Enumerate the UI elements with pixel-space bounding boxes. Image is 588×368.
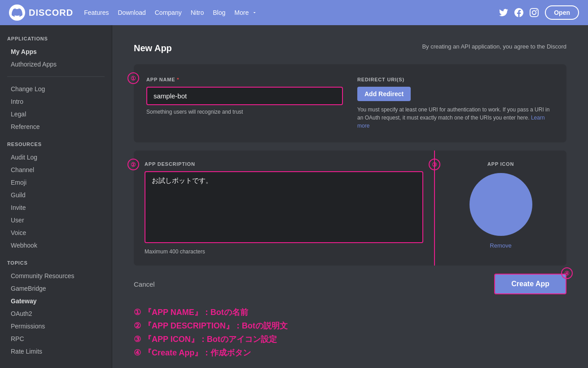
nav-features[interactable]: Features [84,9,109,16]
app-icon-preview[interactable] [470,173,532,236]
app-desc-hint: Maximum 400 characters [145,248,423,255]
desc-icon-card: APP DESCRIPTION お試しボットです。 Maximum 400 ch… [134,151,566,266]
annotation-line-3: ③ 『APP ICON』：Botのアイコン設定 [134,334,566,345]
annotation-badge-3: ③ [429,159,440,170]
sidebar-item-invite[interactable]: Invite [7,202,105,213]
logo-text: DISCORD [29,8,73,18]
app-icon-label: APP ICON [446,161,556,167]
sidebar-item-gateway[interactable]: Gateway [7,295,105,307]
sidebar-item-reference[interactable]: Reference [7,121,105,133]
discord-logo-icon [9,4,25,21]
app-layout: APPLICATIONS My Apps Authorized Apps Cha… [0,25,588,368]
create-app-button[interactable]: Create App [494,274,566,294]
sidebar-item-emoji[interactable]: Emoji [7,177,105,188]
logo[interactable]: DISCORD [9,4,73,21]
sidebar-item-guild[interactable]: Guild [7,189,105,201]
app-name-input[interactable] [146,87,343,105]
sidebar-item-authorized-apps[interactable]: Authorized Apps [7,58,105,70]
topnav-links: Features Download Company Nitro Blog Mor… [84,9,488,16]
remove-icon-link[interactable]: Remove [446,242,556,249]
annotation-line-1: ① 『APP NAME』：Botの名前 [134,307,566,318]
action-row: Cancel Create App [134,274,566,294]
sidebar-item-legal[interactable]: Legal [7,108,105,120]
redirect-hint: You must specify at least one URI for au… [357,106,554,130]
app-name-row: APP NAME * Something users will recogniz… [146,77,554,130]
sidebar-item-rpc[interactable]: RPC [7,333,105,345]
desc-icon-card-wrapper: ② APP DESCRIPTION お試しボットです。 Maximum 400 … [134,151,566,266]
tos-notice: By creating an API application, you agre… [422,43,566,50]
annotation-line-4: ④ 『Create App』：作成ボタン [134,347,566,358]
annotation-line-2: ② 『APP DESCRIPTION』：Botの説明文 [134,320,566,331]
sidebar-item-intro[interactable]: Intro [7,96,105,107]
page-title: New App [134,43,172,53]
top-navigation: DISCORD Features Download Company Nitro … [0,0,588,25]
redirect-label: REDIRECT URI(S) [357,77,554,82]
topics-section-title: TOPICS [7,260,105,266]
sidebar-item-audit-log[interactable]: Audit Log [7,151,105,163]
app-name-label: APP NAME * [146,77,343,82]
app-name-card-wrapper: ① APP NAME * Something users will recogn… [134,64,566,142]
required-star: * [177,77,179,82]
app-desc-textarea[interactable]: お試しボットです。 [145,171,423,243]
app-name-card: APP NAME * Something users will recogniz… [134,64,566,142]
cancel-button[interactable]: Cancel [134,277,155,292]
sidebar-item-changelog[interactable]: Change Log [7,83,105,95]
app-name-hint: Something users will recognize and trust [146,109,343,115]
resources-section-title: RESOURCES [7,142,105,147]
annotation-badge-1: ① [127,72,139,84]
nav-company[interactable]: Company [155,9,182,16]
sidebar: APPLICATIONS My Apps Authorized Apps Cha… [0,25,112,368]
instagram-icon[interactable] [530,8,539,17]
sidebar-item-user[interactable]: User [7,214,105,226]
sidebar-item-oauth2[interactable]: OAuth2 [7,308,105,319]
redirect-col: REDIRECT URI(S) Add Redirect You must sp… [357,77,554,130]
nav-blog[interactable]: Blog [213,9,225,16]
icon-col: ③ APP ICON Remove [434,151,566,266]
sidebar-item-webhook[interactable]: Webhook [7,239,105,251]
annotations-legend: ① 『APP NAME』：Botの名前 ② 『APP DESCRIPTION』：… [134,307,566,358]
open-button[interactable]: Open [545,5,579,20]
add-redirect-button[interactable]: Add Redirect [357,87,411,101]
sidebar-divider-1 [7,76,105,77]
app-name-col: APP NAME * Something users will recogniz… [146,77,343,130]
main-content: New App By creating an API application, … [112,25,588,368]
nav-nitro[interactable]: Nitro [191,9,204,16]
desc-col: APP DESCRIPTION お試しボットです。 Maximum 400 ch… [134,151,434,266]
page-header: New App By creating an API application, … [134,43,566,53]
sidebar-item-rate-limits[interactable]: Rate Limits [7,346,105,357]
sidebar-item-gamebridge[interactable]: GameBridge [7,283,105,294]
annotation-badge-4: ④ [561,267,573,279]
sidebar-item-voice[interactable]: Voice [7,227,105,239]
annotation-badge-2: ② [127,159,139,170]
sidebar-item-community-resources[interactable]: Community Resources [7,270,105,282]
app-desc-label: APP DESCRIPTION [145,161,423,167]
facebook-icon[interactable] [514,8,523,17]
nav-more[interactable]: More [234,9,257,16]
twitter-icon[interactable] [499,8,508,17]
topnav-right: Open [499,5,579,20]
sidebar-item-my-apps[interactable]: My Apps [7,46,105,58]
action-row-wrapper: ④ Cancel Create App [134,274,566,294]
nav-download[interactable]: Download [118,9,145,16]
sidebar-item-channel[interactable]: Channel [7,164,105,176]
applications-section-title: APPLICATIONS [7,36,105,41]
sidebar-item-permissions[interactable]: Permissions [7,320,105,332]
